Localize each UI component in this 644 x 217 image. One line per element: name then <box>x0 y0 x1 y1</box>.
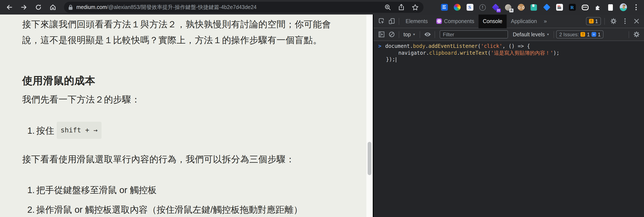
inspect-element-button[interactable] <box>376 16 386 26</box>
forward-icon <box>20 4 27 11</box>
zoom-icon[interactable] <box>384 3 392 12</box>
article-paragraph: 接下來讓我們回頭看看方法１與方法２，孰快孰慢則有討論的空間；你可能會 說，這不是… <box>22 16 331 48</box>
article-pane: 接下來讓我們回頭看看方法１與方法２，孰快孰慢則有討論的空間；你可能會 說，這不是… <box>0 15 373 217</box>
gear-icon <box>633 31 640 38</box>
devtools-panel: Elements Components Console <box>373 15 644 217</box>
reload-icon <box>35 4 42 11</box>
address-bar[interactable]: medium.com /@alexian853/開發效率提升-操作鍵盤-快捷鍵篇… <box>64 2 424 13</box>
list-text: 把手從鍵盤移至滑鼠 or 觸控板 <box>36 183 157 197</box>
issue-warning-icon: ! <box>581 32 585 37</box>
live-expression-button[interactable] <box>422 29 433 40</box>
issues-counter-chip[interactable]: ! 1 <box>586 17 601 25</box>
lock-icon[interactable] <box>68 5 73 10</box>
list-number: 1. <box>27 183 33 197</box>
article-paragraph: 接下看看使用滑鼠選取單行內容的行為，我們可以拆分為三個步驟： <box>22 151 295 167</box>
extension-colorwheel-icon[interactable] <box>453 4 460 11</box>
device-toolbar-button[interactable] <box>386 16 397 26</box>
extension-badge-21: 21 <box>496 8 501 12</box>
console-code-line: }); <box>374 56 644 63</box>
share-icon[interactable] <box>397 3 406 12</box>
extension-sider-icon[interactable]: S <box>466 4 474 11</box>
separator <box>604 18 605 25</box>
list-item: 2. 操作滑鼠 or 觸控板選取內容（按住滑鼠左鍵/觸控板拖動對應距離） <box>27 202 302 216</box>
extensions-puzzle-icon[interactable] <box>594 4 601 11</box>
profile-avatar[interactable] <box>620 4 627 11</box>
devtools-close-button[interactable] <box>631 16 642 26</box>
browser-menu-button[interactable] <box>632 4 640 11</box>
side-panel-icon[interactable] <box>607 4 614 11</box>
article-scrollbar[interactable] <box>366 15 373 217</box>
tab-components[interactable]: Components <box>432 14 478 28</box>
article-body: 接下來讓我們回頭看看方法１與方法２，孰快孰慢則有討論的空間；你可能會 說，這不是… <box>0 15 366 217</box>
log-levels-selector[interactable]: Default levels ▼ <box>511 31 552 37</box>
close-icon <box>634 18 639 24</box>
console-filter-input[interactable] <box>440 30 508 39</box>
extension-save-icon[interactable] <box>530 4 538 11</box>
console-toolbar: top ▼ Default levels ▼ <box>374 28 644 41</box>
list-item: 1. 按住 shift + → <box>27 122 101 139</box>
devtools-tabbar: Elements Components Console <box>374 15 644 28</box>
more-tabs-button[interactable]: » <box>541 18 549 24</box>
list-number: 2. <box>27 202 33 216</box>
devtools-menu-button[interactable] <box>620 16 630 26</box>
extension-icons: BPRR S ! 21 A <box>440 4 640 11</box>
separator <box>420 31 420 38</box>
extension-jira-icon[interactable] <box>543 4 550 11</box>
console-code[interactable]: document.body.addEventListener('click', … <box>385 43 530 50</box>
issue-warning-icon: ! <box>589 19 594 24</box>
extension-diamond-icon[interactable]: 21 <box>492 4 499 11</box>
url-path: /@alexian853/開發效率提升-操作鍵盤-快捷鍵篇-4b2e7d43de… <box>107 4 384 11</box>
separator <box>399 18 399 25</box>
forward-button[interactable] <box>18 1 30 13</box>
tab-application[interactable]: Application <box>507 14 541 28</box>
extension-alert-icon[interactable]: ! <box>479 4 486 11</box>
inspect-icon <box>378 18 385 25</box>
gear-icon <box>610 18 616 24</box>
bookmark-star-icon[interactable] <box>411 3 419 12</box>
url-host: medium.com <box>76 4 107 10</box>
home-icon <box>50 4 56 11</box>
list-number: 1. <box>27 123 33 137</box>
devtools-settings-button[interactable] <box>608 16 618 26</box>
clear-console-button[interactable] <box>386 29 397 40</box>
console-settings-button[interactable] <box>631 29 642 40</box>
reload-button[interactable] <box>32 1 44 13</box>
back-icon <box>6 4 13 11</box>
list-text: 操作滑鼠 or 觸控板選取內容（按住滑鼠左鍵/觸控板拖動對應距離） <box>36 202 302 216</box>
issue-info-icon: ≡ <box>592 32 596 37</box>
separator <box>399 31 399 38</box>
window-content: 接下來讓我們回頭看看方法１與方法２，孰快孰慢則有討論的空間；你可能會 說，這不是… <box>0 15 644 217</box>
console-sidebar-toggle[interactable] <box>376 29 386 40</box>
tab-console[interactable]: Console <box>478 14 507 28</box>
extension-r-icon[interactable]: R <box>568 4 576 11</box>
issues-summary-chip[interactable]: 2 Issues: ! 1 ≡ 1 <box>556 30 604 39</box>
chevron-down-icon: ▼ <box>413 33 416 36</box>
extension-shortcut-icon[interactable]: A <box>504 4 512 11</box>
tab-elements[interactable]: Elements <box>401 14 432 28</box>
console-code-line: document.body.addEventListener('click', … <box>385 43 530 50</box>
separator <box>629 31 629 38</box>
console-sidebar-icon <box>378 31 384 38</box>
chevron-down-icon: ▼ <box>546 33 550 36</box>
extension-goggles-icon[interactable] <box>581 4 588 11</box>
extension-notes-icon[interactable] <box>556 4 563 11</box>
separator <box>435 31 435 38</box>
console-prompt-icon: > <box>378 43 381 50</box>
home-button[interactable] <box>47 1 59 13</box>
scrollbar-thumb[interactable] <box>368 142 372 175</box>
list-text: 按住 <box>36 123 54 137</box>
list-item: 1. 把手從鍵盤移至滑鼠 or 觸控板 <box>27 183 157 197</box>
back-button[interactable] <box>4 1 15 13</box>
console-code-line: navigator.clipboard.writeText('這是寫入剪貼簿的內… <box>374 50 644 56</box>
context-selector[interactable]: top ▼ <box>401 31 418 37</box>
console-input-area[interactable]: > document.body.addEventListener('click'… <box>374 41 644 63</box>
extension-bprr-icon[interactable]: BPRR <box>440 4 448 11</box>
browser-toolbar: medium.com /@alexian853/開發效率提升-操作鍵盤-快捷鍵篇… <box>0 0 644 15</box>
react-icon <box>436 18 442 24</box>
eye-icon <box>424 32 431 37</box>
kebab-menu-icon <box>624 18 626 24</box>
extension-avatar-glasses-icon[interactable] <box>517 4 524 11</box>
extension-badge-a: A <box>509 8 514 12</box>
inline-code: shift + → <box>57 122 101 139</box>
article-heading: 使用滑鼠的成本 <box>22 74 95 87</box>
